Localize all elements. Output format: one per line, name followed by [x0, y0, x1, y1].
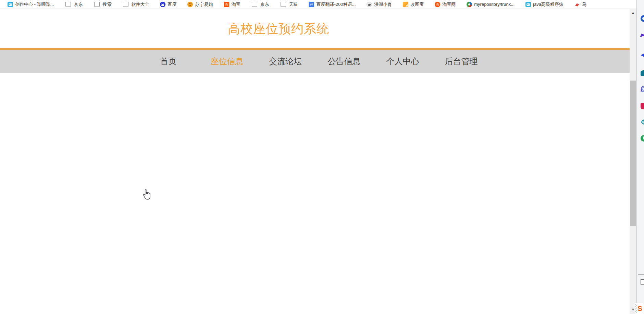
baidu-icon — [160, 2, 165, 7]
bookmark-search[interactable]: 搜索 — [94, 2, 111, 7]
bookmark-tmall[interactable]: 天猫 — [280, 2, 298, 7]
desktop-edge-strip: ◀ £ ⚙ € — [637, 0, 644, 314]
gray-badge-icon — [367, 2, 372, 7]
nav-item-admin[interactable]: 后台管理 — [432, 50, 491, 73]
bookmark-label: 京东 — [260, 2, 269, 7]
bookmark-baidu-translate[interactable]: 译 百度翻译-200种语... — [309, 2, 356, 7]
bookmark-software[interactable]: 软件大全 — [122, 2, 149, 7]
orange-s-icon[interactable]: S — [637, 304, 642, 313]
bookmark-label: 创作中心 - 哔哩哔... — [15, 2, 54, 7]
drag-handle-icon[interactable] — [635, 304, 637, 313]
nav-list: 首页 座位信息 交流论坛 公告信息 个人中心 后台管理 — [0, 50, 630, 73]
gaitubao-icon — [403, 2, 408, 7]
baidu-translate-icon: 译 — [309, 2, 314, 7]
bookmark-bird[interactable]: 鸟 — [574, 2, 586, 7]
bookmark-label: 淘宝 — [231, 2, 240, 7]
bookmark-label: java高级程序猿 — [533, 2, 564, 7]
scroll-up-icon[interactable]: ▲ — [630, 10, 636, 15]
bracket-icon[interactable] — [641, 279, 644, 285]
teal-briefcase-icon[interactable] — [641, 71, 644, 76]
nav-item-personal-center[interactable]: 个人中心 — [373, 50, 432, 73]
nav-item-home[interactable]: 首页 — [139, 50, 198, 73]
bookmark-label: 软件大全 — [131, 2, 149, 7]
blue-arc-icon[interactable] — [641, 15, 644, 22]
main-navbar: 首页 座位信息 交流论坛 公告信息 个人中心 后台管理 — [0, 48, 630, 73]
purple-cursor-icon[interactable] — [640, 34, 644, 39]
bookmarks-bar: 创作中心 - 哔哩哔... 京东 搜索 软件大全 百度 苏宁易购 淘 淘宝 京东… — [0, 0, 637, 9]
content-area — [0, 73, 630, 314]
bookmark-label: 京东 — [74, 2, 83, 7]
bookmark-jd[interactable]: 京东 — [65, 2, 83, 7]
bookmark-honghu[interactable]: 洪湖小肖 — [367, 2, 392, 7]
nav-item-seat-info[interactable]: 座位信息 — [198, 50, 256, 73]
bookmark-bilibili-creator[interactable]: 创作中心 - 哔哩哔... — [8, 2, 54, 7]
blue-arrow-icon[interactable]: ◀ — [641, 51, 644, 58]
taobao-square-icon: 淘 — [224, 2, 229, 7]
bookmark-java[interactable]: java高级程序猿 — [525, 2, 564, 7]
green-euro-icon[interactable]: € — [641, 135, 644, 142]
bookmark-label: 搜索 — [102, 2, 111, 7]
bookmark-gaitubao[interactable]: 改图宝 — [403, 2, 424, 7]
red-badge-icon[interactable] — [641, 103, 644, 109]
bilibili-icon — [525, 2, 531, 7]
bookmark-suning[interactable]: 苏宁易购 — [187, 2, 213, 7]
bookmark-label: 改图宝 — [410, 2, 424, 7]
svn-repo-icon — [467, 2, 472, 7]
red-bird-icon — [574, 2, 580, 7]
bookmark-label: 百度 — [168, 2, 176, 7]
bookmark-label: 天猫 — [289, 2, 298, 7]
bookmark-label: 苏宁易购 — [195, 2, 213, 7]
suning-lion-icon — [187, 2, 193, 7]
page-header: 高校座位预约系统 — [0, 9, 557, 48]
bookmark-myrepository[interactable]: myrepository/trunk... — [467, 2, 515, 7]
divider-line — [638, 274, 644, 275]
bookmark-taobao-wang[interactable]: 淘 淘宝网 — [435, 2, 456, 7]
page-icon — [281, 2, 286, 7]
bookmark-label: 鸟 — [582, 2, 586, 7]
page-icon — [65, 2, 71, 7]
scrollbar-thumb[interactable] — [630, 81, 636, 226]
bookmark-jd-2[interactable]: 京东 — [251, 2, 269, 7]
bookmark-taobao[interactable]: 淘 淘宝 — [224, 2, 240, 7]
page-title: 高校座位预约系统 — [228, 21, 329, 37]
nav-item-announcements[interactable]: 公告信息 — [315, 50, 373, 73]
bookmark-label: 淘宝网 — [442, 2, 456, 7]
bilibili-icon — [8, 2, 13, 7]
nav-item-forum[interactable]: 交流论坛 — [256, 50, 315, 73]
page-icon — [252, 2, 257, 7]
bookmark-label: 洪湖小肖 — [374, 2, 392, 7]
page-icon — [123, 2, 128, 7]
bookmark-baidu[interactable]: 百度 — [160, 2, 176, 7]
pound-sterling-icon[interactable]: £ — [641, 85, 644, 93]
teal-gear-icon[interactable]: ⚙ — [641, 118, 644, 126]
bookmark-label: myrepository/trunk... — [474, 2, 515, 7]
bookmark-label: 百度翻译-200种语... — [316, 2, 356, 7]
page-icon — [94, 2, 100, 7]
vertical-scrollbar[interactable]: ▲ ▼ — [630, 9, 636, 314]
taobao-round-icon: 淘 — [435, 2, 440, 7]
snip-widget[interactable]: S — [634, 303, 644, 314]
